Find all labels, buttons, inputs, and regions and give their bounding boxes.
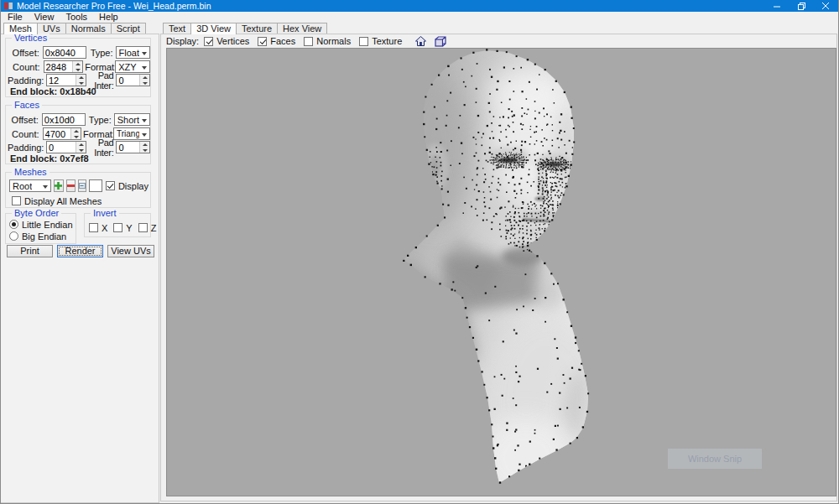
vertices-format-select[interactable]: XZY [115,60,150,73]
vertices-type-select[interactable]: Float [116,46,150,59]
faces-type-select[interactable]: Short [114,113,150,126]
display-faces-label: Faces [270,36,295,46]
vertices-count-spinner[interactable] [72,61,82,72]
minimize-button[interactable] [765,0,789,12]
restore-button[interactable] [789,0,814,12]
app-window: Model Researcher Pro Free - Wei_Head.per… [0,0,839,504]
vertices-offset-input[interactable] [43,46,86,59]
window-snip-watermark: Window Snip [668,449,762,469]
vertices-padding-spinner[interactable] [76,75,86,86]
right-tabstrip: Text 3D View Texture Hex View [163,22,326,34]
chevron-down-icon [43,185,48,189]
tab-mesh[interactable]: Mesh [3,23,38,34]
add-mesh-button[interactable] [54,179,64,192]
vertices-type-label: Type: [88,48,113,58]
faces-endblock: End block: 0x7ef8 [10,153,89,164]
print-button[interactable]: Print [7,245,53,257]
byte-order-group: Byte Order Little Endian Big Endian [5,213,76,244]
render-button[interactable]: Render [57,245,103,257]
chevron-down-icon [142,133,147,137]
little-endian-radio[interactable] [9,220,18,229]
invert-z-label: Z [151,223,157,233]
tab-uvs[interactable]: UVs [37,23,66,34]
vertices-padinter-spinner[interactable] [139,75,149,86]
display-vertices-label: Vertices [216,36,249,46]
vertices-offset-label: Offset: [8,48,39,58]
chevron-down-icon [142,119,147,122]
invert-z-checkbox[interactable] [138,223,148,232]
view-uvs-button[interactable]: View UVs [107,245,154,257]
faces-count-spinner[interactable] [70,128,81,139]
tab-hex-view[interactable]: Hex View [277,23,327,34]
invert-group: Invert X Y Z [84,213,151,237]
little-endian-label: Little Endian [22,220,73,230]
display-faces-checkbox[interactable] [258,37,267,46]
big-endian-radio[interactable] [9,231,18,241]
plus-icon [55,182,62,190]
menu-tools[interactable]: Tools [60,12,93,22]
mesh-display-label: Display [118,181,149,191]
mesh-panel: Vertices Offset: Type: Float Count: Form… [1,34,159,503]
minimize-icon [774,3,781,10]
bounding-box-button[interactable] [434,35,447,47]
display-label: Display: [166,36,199,46]
menu-file[interactable]: File [2,12,29,22]
faces-padinter-spinner[interactable] [139,142,149,153]
tab-text[interactable]: Text [163,23,191,34]
vertices-endblock: End block: 0x18b40 [10,86,96,96]
rename-icon [79,183,86,189]
menu-help[interactable]: Help [93,12,124,22]
meshes-group: Meshes Root Display D [5,172,151,208]
display-normals-checkbox[interactable] [304,37,313,46]
display-vertices-checkbox[interactable] [204,37,213,46]
close-icon [822,3,830,10]
faces-padinter-label: Pad Inter: [88,138,113,158]
display-texture-checkbox[interactable] [359,37,368,46]
display-all-meshes-checkbox[interactable] [12,196,21,205]
reset-view-button[interactable] [414,35,427,47]
window-title: Model Researcher Pro Free - Wei_Head.per… [17,1,211,11]
view-3d-panel: Display: Vertices Faces Normals Texture [160,34,837,501]
tab-3d-view[interactable]: 3D View [190,23,237,34]
byte-order-legend: Byte Order [12,208,61,218]
faces-count-label: Count: [8,129,39,139]
invert-x-checkbox[interactable] [89,223,98,232]
home-icon [415,36,426,46]
big-endian-label: Big Endian [22,231,66,242]
faces-group: Faces Offset: Type: Short Count: Format:… [5,105,151,164]
faces-type-label: Type: [87,115,112,125]
invert-legend: Invert [91,208,119,218]
minus-icon [67,184,75,188]
cube-icon [435,36,446,47]
mesh-select[interactable]: Root [9,179,51,192]
tab-texture[interactable]: Texture [236,23,278,34]
faces-offset-label: Offset: [8,115,39,125]
menubar: File View Tools Help [2,12,837,22]
display-toolbar: Display: Vertices Faces Normals Texture [166,35,447,47]
faces-offset-input[interactable] [42,113,86,126]
mesh-color-box[interactable] [89,179,102,192]
invert-x-label: X [102,223,107,233]
invert-y-checkbox[interactable] [113,223,122,232]
faces-format-select[interactable]: Triangles [113,127,150,140]
vertices-count-label: Count: [8,62,40,72]
tab-normals[interactable]: Normals [65,23,112,34]
vertices-padding-label: Padding: [8,75,43,86]
vertices-group: Vertices Offset: Type: Float Count: Form… [5,38,151,97]
menu-view[interactable]: View [29,12,60,22]
invert-y-label: Y [126,223,132,233]
restore-icon [798,3,805,10]
viewport-3d[interactable]: Window Snip [166,48,836,496]
remove-mesh-button[interactable] [66,179,76,192]
head-model [167,49,836,496]
tab-script[interactable]: Script [111,23,146,34]
chevron-down-icon [142,66,147,70]
titlebar: Model Researcher Pro Free - Wei_Head.per… [1,0,838,12]
mesh-display-checkbox[interactable] [106,181,115,190]
left-tabstrip: Mesh UVs Normals Script [3,22,145,34]
rename-mesh-button[interactable] [78,179,86,192]
chevron-down-icon [142,52,147,55]
faces-padding-spinner[interactable] [76,142,86,153]
close-button[interactable] [814,0,838,12]
app-icon [4,2,13,10]
